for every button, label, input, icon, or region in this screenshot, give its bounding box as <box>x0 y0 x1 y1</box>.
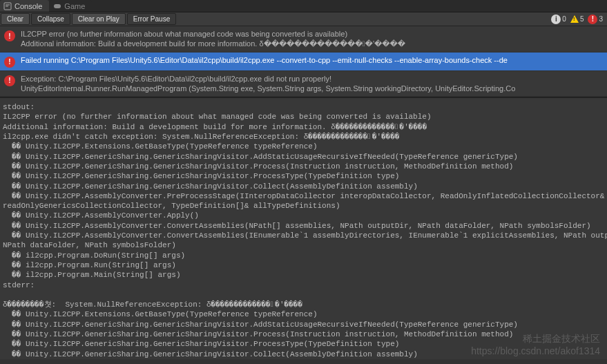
clear-button[interactable]: Clear <box>1 13 30 25</box>
error-icon: ! <box>588 15 597 24</box>
console-icon <box>3 2 12 10</box>
tab-label: Console <box>15 2 42 10</box>
game-icon <box>53 2 61 10</box>
tab-label: Game <box>64 2 85 10</box>
info-icon: i <box>551 15 561 24</box>
error-icon: ! <box>4 75 15 86</box>
toolbar-stats: i 0 5 ! 3 <box>551 15 607 24</box>
warn-count[interactable]: 5 <box>570 15 584 23</box>
info-count[interactable]: i 0 <box>551 15 566 24</box>
error-icon: ! <box>4 57 15 68</box>
warning-icon <box>570 15 579 23</box>
console-log-list: ! IL2CPP error (no further information a… <box>0 26 607 97</box>
clear-on-play-button[interactable]: Clear on Play <box>72 13 126 25</box>
console-toolbar: Clear Collapse Clear on Play Error Pause… <box>0 12 607 26</box>
console-detail-panel[interactable]: stdout: IL2CPP error (no further informa… <box>0 97 607 359</box>
log-text: Failed running C:\Program Files\Unity5.6… <box>21 55 508 65</box>
tab-console[interactable]: Console <box>0 0 49 12</box>
log-text: Exception: C:\Program Files\Unity5.6\Edi… <box>21 74 515 94</box>
count-text: 0 <box>562 15 566 23</box>
count-text: 3 <box>599 15 603 23</box>
log-entry[interactable]: ! IL2CPP error (no further information a… <box>0 26 607 52</box>
tab-game[interactable]: Game <box>50 0 92 12</box>
count-text: 5 <box>580 15 584 23</box>
error-icon: ! <box>4 30 15 41</box>
collapse-button[interactable]: Collapse <box>31 13 70 25</box>
log-entry[interactable]: ! Exception: C:\Program Files\Unity5.6\E… <box>0 71 607 97</box>
log-text: IL2CPP error (no further information abo… <box>21 29 405 49</box>
log-entry[interactable]: ! Failed running C:\Program Files\Unity5… <box>0 52 607 71</box>
error-pause-button[interactable]: Error Pause <box>127 13 176 25</box>
svg-rect-1 <box>54 4 61 8</box>
error-count[interactable]: ! 3 <box>588 15 603 24</box>
panel-tab-bar: Console Game <box>0 0 607 12</box>
